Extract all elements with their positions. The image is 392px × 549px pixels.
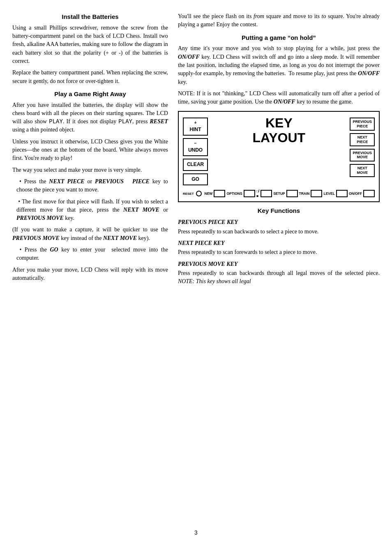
- play-p3: The way you select and make your move is…: [12, 166, 168, 174]
- play-mono1: PLAY: [49, 118, 63, 125]
- hint-key[interactable]: + HINT: [183, 118, 208, 136]
- clear-key[interactable]: CLEAR: [183, 159, 208, 171]
- next-move-key[interactable]: NEXTMOVE: [350, 164, 375, 177]
- options-key[interactable]: [244, 190, 255, 197]
- right-p1: You'll see the piece flash on its from s…: [178, 12, 380, 29]
- page: Install the Batteries Using a small Phil…: [0, 0, 392, 549]
- options-label: OPTIONS: [226, 191, 242, 196]
- bottom-row: RESET NEW OPTIONS □/■ SETUP TRAIN LEVEL …: [183, 189, 375, 199]
- left-keys: + HINT − UNDO CLEAR GO: [183, 116, 208, 185]
- undo-label: UNDO: [187, 147, 204, 154]
- play-mono2: PLAY: [118, 118, 132, 125]
- key-layout-label: KEY LAYOUT: [211, 116, 346, 145]
- play-p4: After you make your move, LCD Chess will…: [12, 266, 168, 283]
- next-piece-key-name: NEXT PIECE KEY: [178, 239, 380, 247]
- bullet3: (If you want to make a capture, it will …: [12, 226, 168, 242]
- setup-label: SETUP: [273, 191, 285, 196]
- onoff-key[interactable]: [363, 190, 375, 197]
- prev-piece-desc: Press repeatedly to scan backwards to se…: [178, 228, 380, 236]
- train-label: TRAIN: [299, 191, 310, 196]
- squares-key[interactable]: [261, 190, 272, 197]
- on-hold-heading: Putting a game “on hold”: [178, 33, 380, 42]
- right-column: You'll see the piece flash on its from s…: [178, 12, 380, 522]
- hint-label: HINT: [187, 126, 204, 133]
- train-key[interactable]: [311, 190, 322, 197]
- install-p2: Replace the battery compartment panel. W…: [12, 69, 168, 85]
- onoff-label: ON/OFF: [349, 191, 362, 196]
- reset-label: RESET: [183, 191, 194, 196]
- new-key[interactable]: [214, 190, 225, 197]
- level-label: LEVEL: [323, 191, 334, 196]
- page-number: 3: [12, 528, 380, 537]
- setup-key[interactable]: [286, 190, 298, 197]
- bullet2: • The first move for that piece will fla…: [16, 198, 168, 223]
- level-key[interactable]: [336, 190, 348, 197]
- go-key[interactable]: GO: [183, 173, 208, 185]
- play-p2: Unless you instruct it otherwise, LCD Ch…: [12, 138, 168, 163]
- play-game-heading: Play a Game Right Away: [12, 90, 168, 99]
- new-label: NEW: [205, 191, 213, 196]
- bullet4: • Press the GO key to enter your selecte…: [16, 246, 168, 263]
- left-column: Install the Batteries Using a small Phil…: [12, 12, 168, 522]
- on-hold-p1: Any time it's your move and you wish to …: [178, 44, 380, 86]
- play-p1: After you have installed the batteries, …: [12, 101, 168, 134]
- squares-label: □/■: [256, 189, 260, 199]
- key-layout-diagram: + HINT − UNDO CLEAR GO KEY: [178, 111, 380, 202]
- previous-move-key[interactable]: PREVIOUSMOVE: [350, 149, 375, 162]
- right-keys: PREVIOUSPIECE NEXTPIECE PREVIOUSMOVE NEX…: [350, 116, 375, 177]
- install-batteries-heading: Install the Batteries: [12, 12, 168, 21]
- reset-bold: RESET: [150, 118, 168, 125]
- key-functions-heading: Key Functions: [178, 206, 380, 215]
- next-piece-desc: Press repeatedly to scan forewards to se…: [178, 248, 380, 256]
- reset-circle: [196, 191, 202, 196]
- next-piece-key[interactable]: NEXTPIECE: [350, 133, 375, 146]
- undo-key[interactable]: − UNDO: [183, 138, 208, 156]
- install-p1: Using a small Phillips screwdriver, remo…: [12, 24, 168, 65]
- previous-piece-key[interactable]: PREVIOUSPIECE: [350, 118, 375, 131]
- key-layout-title: KEY LAYOUT: [253, 116, 306, 145]
- prev-move-desc: Press repeatedly to scan backwards throu…: [178, 269, 380, 286]
- on-hold-note: NOTE: If it is not "thinking," LCD Chess…: [178, 90, 380, 106]
- prev-piece-key-name: PREVIOUS PIECE KEY: [178, 218, 380, 226]
- bullet1: • Press the NEXT PIECE or PREVI­OUS PIEC…: [16, 178, 168, 194]
- prev-move-key-name: PREVIOUS MOVE KEY: [178, 260, 380, 268]
